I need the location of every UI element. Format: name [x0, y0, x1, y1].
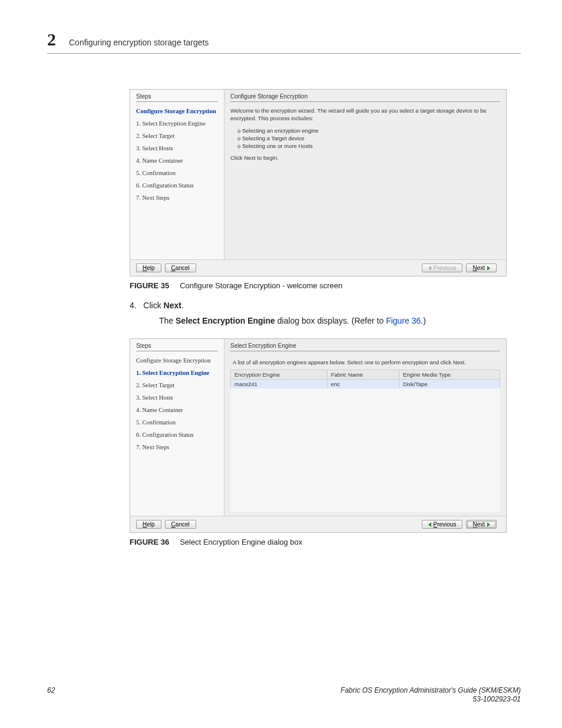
cell-engine: mace241: [231, 380, 328, 389]
wizard-footer: Help Cancel Previous Next: [130, 516, 506, 532]
page-footer: 62 Fabric OS Encryption Administrator's …: [47, 686, 521, 704]
previous-button[interactable]: Previous: [422, 520, 463, 529]
wizard-content-panel: Configure Storage Encryption Welcome to …: [224, 90, 506, 259]
figure-36-link[interactable]: Figure 36: [386, 316, 421, 325]
steps-header: Steps: [136, 342, 218, 351]
bullet-item: o Selecting a Target device: [237, 135, 500, 141]
wizard-footer: Help Cancel Previous Next: [130, 259, 506, 276]
previous-button: Previous: [422, 263, 463, 272]
figure-label: FIGURE 36: [130, 538, 169, 546]
help-button[interactable]: Help: [136, 520, 161, 529]
triangle-left-icon: [428, 522, 431, 527]
step-item: 1. Select Encryption Engine: [136, 120, 218, 127]
step-current: 1. Select Encryption Engine: [136, 370, 218, 376]
step-item: 3. Select Hosts: [136, 145, 218, 151]
table-empty-area: [230, 388, 500, 512]
figure-35-caption: FIGURE 35Configure Storage Encryption - …: [130, 281, 521, 290]
page-number: 62: [47, 686, 55, 704]
step-item: 5. Confirmation: [136, 419, 218, 426]
figure-35-screenshot: Steps Configure Storage Encryption 1. Se…: [130, 89, 521, 276]
chapter-title: Configuring encryption storage targets: [69, 38, 209, 47]
triangle-left-icon: [428, 266, 431, 271]
step-item: 7. Next Steps: [136, 444, 218, 450]
bullet-item: o Selecting one or more Hosts: [237, 143, 500, 149]
bullet-item: o Selecting an encryption engine: [237, 127, 500, 134]
col-header[interactable]: Fabric Name: [327, 370, 399, 380]
step-item: 6. Configuration Status: [136, 431, 218, 438]
step-title: Configure Storage Encryption: [136, 108, 218, 114]
figure-label: FIGURE 35: [130, 281, 169, 290]
wizard-closing: Click Next to begin.: [230, 154, 500, 162]
content-header: Select Encryption Engine: [230, 342, 500, 351]
figure-text: Configure Storage Encryption - welcome s…: [180, 281, 342, 290]
step-item: 4. Name Container: [136, 157, 218, 164]
step-item: 2. Select Target: [136, 382, 218, 388]
triangle-right-icon: [487, 266, 490, 271]
encryption-engine-table[interactable]: Encryption Engine Fabric Name Engine Med…: [230, 370, 500, 388]
cell-fabric: enc: [327, 380, 399, 389]
chapter-header: 2 Configuring encryption storage targets: [47, 29, 521, 54]
instruction-step-4: 4. Click Next.: [130, 301, 521, 310]
wizard-steps-panel: Steps Configure Storage Encryption 1. Se…: [130, 90, 224, 259]
step-item: 3. Select Hosts: [136, 394, 218, 401]
step-item: 6. Configuration Status: [136, 182, 218, 189]
content-header: Configure Storage Encryption: [230, 93, 500, 102]
wizard-intro: Welcome to the encryption wizard. The wi…: [230, 107, 500, 123]
step-item: 4. Name Container: [136, 407, 218, 413]
help-button[interactable]: Help: [136, 263, 161, 272]
cancel-button[interactable]: Cancel: [165, 263, 196, 272]
figure-36-caption: FIGURE 36Select Encryption Engine dialog…: [130, 538, 521, 546]
steps-header: Steps: [136, 93, 218, 102]
col-header[interactable]: Encryption Engine: [231, 370, 328, 380]
next-button[interactable]: Next: [466, 263, 497, 272]
doc-title: Fabric OS Encryption Administrator's Gui…: [340, 686, 521, 704]
next-button[interactable]: Next: [466, 520, 497, 529]
col-header[interactable]: Engine Media Type: [399, 370, 500, 380]
triangle-right-icon: [487, 522, 490, 527]
wizard-steps-panel: Steps Configure Storage Encryption 1. Se…: [130, 339, 224, 516]
figure-text: Select Encryption Engine dialog box: [180, 538, 302, 546]
step-item: 7. Next Steps: [136, 195, 218, 201]
wizard-desc: A list of all encryption engines appears…: [233, 358, 500, 366]
instruction-step-4-detail: The Select Encryption Engine dialog box …: [159, 316, 521, 325]
figure-36-screenshot: Steps Configure Storage Encryption 1. Se…: [130, 338, 521, 533]
step-item: 2. Select Target: [136, 133, 218, 139]
cell-media: Disk/Tape: [399, 380, 500, 389]
cancel-button[interactable]: Cancel: [165, 520, 196, 529]
step-title: Configure Storage Encryption: [136, 357, 218, 364]
wizard-content-panel: Select Encryption Engine A list of all e…: [224, 339, 506, 516]
chapter-number: 2: [47, 29, 56, 50]
step-item: 5. Confirmation: [136, 170, 218, 176]
table-row[interactable]: mace241 enc Disk/Tape: [231, 380, 500, 389]
